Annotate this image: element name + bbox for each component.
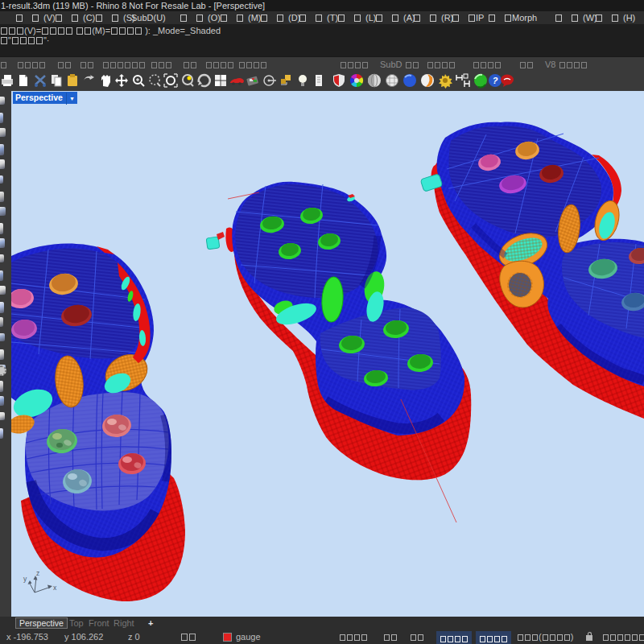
svg-text:x: x [53,584,57,592]
svg-text:y: y [23,575,27,583]
svg-text:z: z [36,569,39,577]
svg-text:?: ? [493,76,498,85]
